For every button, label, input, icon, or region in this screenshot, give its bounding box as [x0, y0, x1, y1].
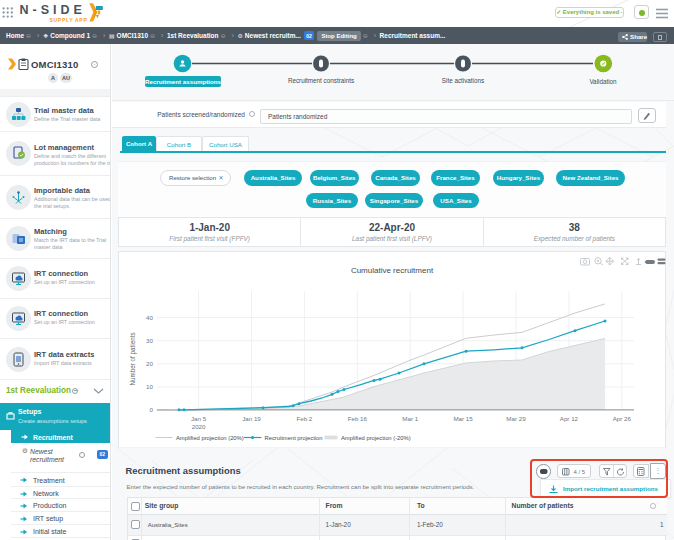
svg-text:Jan 19: Jan 19 — [242, 415, 261, 422]
svg-text:Mar 29: Mar 29 — [506, 415, 526, 422]
svg-text:Recruitment projection: Recruitment projection — [265, 434, 323, 440]
svg-text:Feb 16: Feb 16 — [348, 415, 368, 422]
svg-text:Feb 2: Feb 2 — [296, 415, 312, 422]
svg-text:10: 10 — [146, 383, 153, 390]
svg-text:20: 20 — [146, 360, 153, 367]
svg-text:Mar 1: Mar 1 — [402, 415, 418, 422]
svg-text:Number of patients: Number of patients — [129, 332, 137, 385]
svg-text:Apr 26: Apr 26 — [613, 415, 632, 422]
svg-text:40: 40 — [146, 313, 153, 320]
svg-text:Mar 15: Mar 15 — [453, 415, 473, 422]
svg-text:2020: 2020 — [192, 422, 206, 429]
svg-text:Apr 12: Apr 12 — [560, 415, 579, 422]
svg-text:Amplified projection (20%): Amplified projection (20%) — [176, 434, 244, 440]
svg-text:30: 30 — [146, 336, 153, 343]
svg-text:Jan 5: Jan 5 — [191, 415, 207, 422]
svg-text:0: 0 — [150, 406, 154, 413]
svg-text:Amplified projection (-20%): Amplified projection (-20%) — [341, 434, 411, 440]
svg-text:Cumulative recruitment: Cumulative recruitment — [351, 265, 434, 274]
